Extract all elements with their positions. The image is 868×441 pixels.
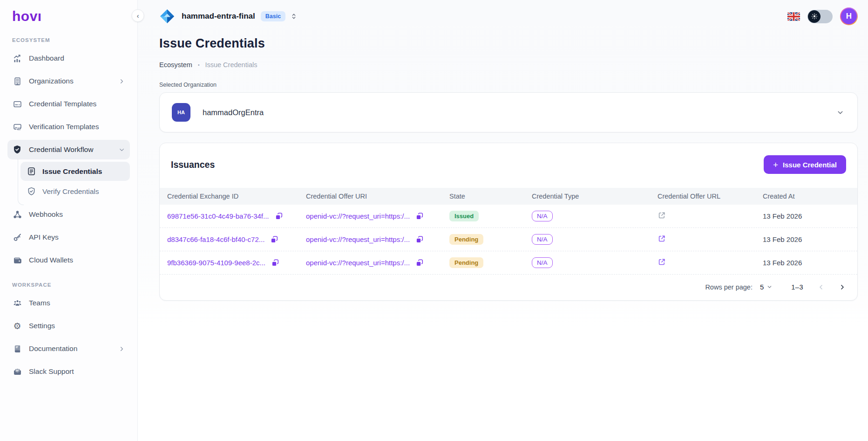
copy-icon[interactable]: [415, 212, 424, 220]
topbar-actions: H: [787, 7, 858, 25]
issue-credentials-icon: [26, 166, 36, 177]
language-flag-icon[interactable]: [787, 12, 800, 21]
org-select[interactable]: HA hammadOrgEntra: [159, 92, 858, 132]
teams-icon: [12, 298, 22, 308]
column-header-offer-uri: Credential Offer URI: [298, 188, 442, 205]
topbar: hammad-entra-final Basic: [159, 7, 858, 25]
table-row: 9fb36369-9075-4109-9ee8-2c... openid-vc:…: [160, 251, 857, 275]
sidebar-item-label: Verification Templates: [29, 123, 99, 131]
external-link-icon[interactable]: [658, 211, 666, 220]
credential-type-badge: N/A: [532, 211, 553, 221]
verify-credentials-icon: [26, 186, 36, 197]
ecosystem-name: hammad-entra-final: [182, 12, 255, 21]
slack-support-icon: [12, 366, 22, 377]
breadcrumb-ecosystem[interactable]: Ecosystem: [159, 61, 192, 69]
issuances-card: Issuances + Issue Credential Credential …: [159, 143, 858, 301]
external-link-icon[interactable]: [658, 234, 666, 243]
sidebar-item-label: Issue Credentials: [42, 167, 102, 176]
exchange-id-link[interactable]: d8347c66-fa18-4c6f-bf40-c72...: [167, 235, 264, 243]
sidebar-item-teams[interactable]: Teams: [7, 293, 130, 313]
api-keys-icon: [12, 232, 22, 242]
sidebar-item-verify-credentials[interactable]: Verify Credentials: [20, 182, 130, 201]
rows-per-page-label: Rows per page:: [705, 283, 753, 291]
column-header-state: State: [442, 188, 524, 205]
pagination: Rows per page: 5 1–3: [160, 275, 857, 300]
sidebar-item-label: Webhooks: [29, 210, 63, 219]
sidebar-item-webhooks[interactable]: Webhooks: [7, 205, 130, 224]
issue-credential-button[interactable]: + Issue Credential: [764, 155, 846, 174]
sidebar: hovı ECOSYSTEM Dashboard: [0, 0, 138, 441]
issuances-title: Issuances: [171, 159, 215, 170]
sidebar-item-label: Settings: [29, 322, 55, 330]
created-at: 13 Feb 2026: [755, 235, 857, 243]
credential-type-badge: N/A: [532, 257, 553, 268]
prev-page-button[interactable]: [817, 283, 825, 291]
sidebar-item-label: Slack Support: [29, 367, 74, 376]
created-at: 13 Feb 2026: [755, 212, 857, 220]
sidebar-item-credential-workflow[interactable]: Credential Workflow: [7, 140, 130, 159]
sidebar-item-api-keys[interactable]: API Keys: [7, 227, 130, 247]
credential-workflow-submenu: Issue Credentials Verify Credentials: [7, 162, 130, 201]
offer-uri-link[interactable]: openid-vc://?request_uri=https:/...: [306, 235, 410, 243]
offer-uri-link[interactable]: openid-vc://?request_uri=https:/...: [306, 259, 410, 267]
credential-workflow-icon: [12, 145, 22, 155]
sidebar-item-issue-credentials[interactable]: Issue Credentials: [20, 162, 130, 181]
copy-icon[interactable]: [271, 259, 279, 267]
org-avatar: HA: [172, 103, 190, 122]
webhooks-icon: [12, 209, 22, 220]
external-link-icon[interactable]: [658, 258, 666, 266]
copy-icon[interactable]: [275, 212, 283, 220]
chevron-down-icon: [118, 146, 125, 153]
copy-icon[interactable]: [270, 235, 278, 244]
sidebar-item-label: Documentation: [29, 345, 77, 353]
dashboard-icon: [12, 53, 22, 63]
sidebar-item-label: Credential Templates: [29, 100, 96, 108]
sidebar-item-label: Cloud Wallets: [29, 256, 73, 264]
section-label-workspace: WORKSPACE: [12, 282, 125, 288]
column-header-credential-type: Credential Type: [524, 188, 650, 205]
sidebar-item-label: Dashboard: [29, 54, 64, 62]
copy-icon[interactable]: [415, 259, 424, 267]
state-badge: Pending: [449, 257, 483, 268]
issuances-header: Issuances + Issue Credential: [160, 143, 857, 188]
breadcrumb-separator: •: [198, 62, 200, 68]
column-header-offer-url: Credential Offer URL: [650, 188, 755, 205]
breadcrumb: Ecosystem • Issue Credentials: [159, 61, 858, 69]
plus-icon: +: [773, 160, 778, 169]
exchange-id-link[interactable]: 9fb36369-9075-4109-9ee8-2c...: [167, 259, 265, 267]
chevron-right-icon: [118, 78, 125, 85]
verification-templates-icon: [12, 122, 22, 132]
credential-type-badge: N/A: [532, 234, 553, 245]
sidebar-item-label: Verify Credentials: [42, 187, 99, 196]
cloud-wallets-icon: [12, 255, 22, 265]
ecosystem-switcher-icon[interactable]: [290, 13, 298, 20]
section-label-ecosystem: ECOSYSTEM: [12, 37, 125, 43]
sidebar-item-slack-support[interactable]: Slack Support: [7, 362, 130, 381]
exchange-id-link[interactable]: 69871e56-31c0-4c49-ba76-34f...: [167, 212, 269, 220]
credential-templates-icon: [12, 99, 22, 109]
created-at: 13 Feb 2026: [755, 259, 857, 267]
documentation-icon: [12, 344, 22, 354]
page-range: 1–3: [791, 283, 803, 291]
sidebar-item-settings[interactable]: ⚙ Settings: [7, 316, 130, 336]
sidebar-item-label: API Keys: [29, 233, 59, 241]
sun-icon: [808, 10, 821, 23]
state-badge: Pending: [449, 234, 483, 245]
sidebar-item-credential-templates[interactable]: Credential Templates: [7, 94, 130, 114]
theme-toggle[interactable]: [807, 10, 833, 23]
ecosystem-logo: [159, 8, 175, 24]
user-avatar[interactable]: H: [840, 7, 858, 25]
app-root: hovı ECOSYSTEM Dashboard: [0, 0, 868, 441]
copy-icon[interactable]: [415, 235, 424, 244]
sidebar-item-verification-templates[interactable]: Verification Templates: [7, 117, 130, 137]
sidebar-item-cloud-wallets[interactable]: Cloud Wallets: [7, 250, 130, 270]
rows-per-page-select[interactable]: 5: [760, 283, 773, 291]
org-select-value: hammadOrgEntra: [203, 108, 264, 117]
sidebar-item-dashboard[interactable]: Dashboard: [7, 48, 130, 68]
next-page-button[interactable]: [839, 283, 846, 291]
collapse-sidebar-button[interactable]: ‹: [132, 9, 144, 22]
table-row: 69871e56-31c0-4c49-ba76-34f... openid-vc…: [160, 205, 857, 228]
sidebar-item-documentation[interactable]: Documentation: [7, 339, 130, 358]
offer-uri-link[interactable]: openid-vc://?request_uri=https:/...: [306, 212, 410, 220]
sidebar-item-organizations[interactable]: Organizations: [7, 71, 130, 91]
